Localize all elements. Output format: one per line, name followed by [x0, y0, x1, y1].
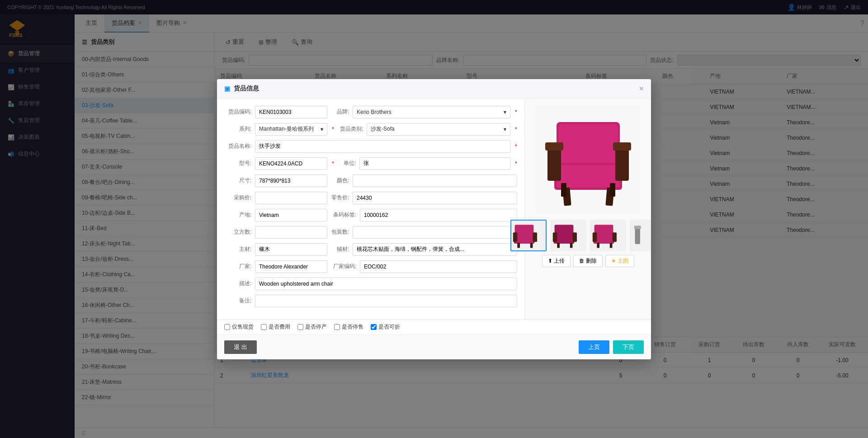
chair-illustration: [534, 104, 642, 212]
modal-overlay: ▣ 货品信息 × 货品编码: 品牌: Keno Brothers ▾ *: [0, 0, 868, 438]
input-color[interactable]: [353, 174, 517, 187]
label-product-code: 货品编码:: [224, 108, 251, 116]
dialog-image-area: ⬆ 上传 🗑 删除 ★ 主图: [524, 99, 651, 319]
svg-rect-14: [561, 183, 566, 197]
label-size: 尺寸:: [224, 177, 251, 184]
input-factory[interactable]: [255, 260, 327, 273]
checkbox-discountable-input[interactable]: [371, 324, 377, 330]
action-row: 退 出 上页 下页: [217, 334, 651, 359]
checkbox-stop-sale[interactable]: 是否停售: [334, 323, 363, 331]
label-model: 型号:: [224, 160, 251, 167]
svg-rect-30: [592, 232, 597, 242]
prev-page-button[interactable]: 上页: [579, 340, 609, 354]
input-barcode[interactable]: [360, 209, 517, 221]
checkbox-only-spot-input[interactable]: [224, 324, 230, 330]
input-notes[interactable]: [255, 295, 517, 307]
svg-rect-16: [514, 225, 533, 238]
checkbox-discountable-label: 是否可折: [378, 323, 400, 331]
label-notes: 备注:: [224, 297, 251, 305]
label-barcode: 条码标签:: [331, 211, 356, 219]
dialog-close-button[interactable]: ×: [639, 85, 644, 93]
label-factory: 厂家:: [224, 263, 251, 270]
series-value: Manhattan-曼哈顿系列: [259, 125, 314, 133]
form-row-1: 货品编码: 品牌: Keno Brothers ▾ *: [224, 106, 517, 118]
product-dialog: ▣ 货品信息 × 货品编码: 品牌: Keno Brothers ▾ *: [217, 79, 651, 359]
brand-value: Keno Brothers: [357, 109, 392, 115]
checkbox-discontinued-input[interactable]: [297, 324, 303, 330]
model-required: *: [332, 160, 334, 167]
label-unit: 单位:: [338, 160, 356, 167]
svg-rect-26: [557, 243, 560, 248]
select-series[interactable]: Manhattan-曼哈顿系列 ▾: [255, 123, 327, 136]
thumb-icon-2: [551, 220, 585, 251]
input-description[interactable]: [255, 278, 517, 290]
checkbox-only-spot[interactable]: 仅售现货: [224, 323, 254, 331]
set-main-image-button[interactable]: ★ 主图: [605, 255, 634, 267]
label-factory-code: 厂家编码:: [331, 263, 356, 270]
select-brand[interactable]: Keno Brothers ▾: [353, 106, 510, 118]
svg-rect-9: [545, 142, 563, 151]
input-package[interactable]: [353, 226, 517, 239]
svg-rect-20: [517, 243, 520, 248]
input-model[interactable]: [255, 157, 327, 170]
checkbox-stop-sale-input[interactable]: [334, 324, 340, 330]
thumb-1[interactable]: [510, 220, 547, 251]
thumb-icon-1: [511, 220, 546, 251]
form-row-3: 货品名称: *: [224, 140, 517, 153]
form-row-6: 采购价: 零售价:: [224, 192, 517, 204]
checkbox-is-fee-input[interactable]: [261, 324, 267, 330]
input-size[interactable]: [255, 174, 327, 187]
label-origin: 产地:: [224, 211, 251, 219]
upload-button[interactable]: ⬆ 上传: [542, 255, 571, 267]
svg-rect-22: [554, 225, 573, 238]
label-description: 描述:: [224, 280, 251, 287]
upload-icon: ⬆: [548, 258, 552, 264]
input-retail-price[interactable]: [353, 192, 517, 204]
label-main-material: 主材:: [224, 245, 251, 253]
input-purchase-price[interactable]: [255, 192, 327, 204]
label-product-name: 货品名称:: [224, 142, 251, 150]
input-product-name[interactable]: [255, 140, 510, 153]
checkbox-discountable[interactable]: 是否可折: [371, 323, 400, 331]
label-series: 系列:: [224, 125, 251, 133]
brand-chevron-icon: ▾: [504, 109, 506, 115]
input-main-material[interactable]: [255, 243, 327, 256]
dialog-header: ▣ 货品信息 ×: [217, 79, 651, 99]
svg-rect-35: [634, 226, 641, 229]
checkbox-discontinued-label: 是否停产: [305, 323, 327, 331]
svg-rect-15: [610, 183, 615, 197]
input-sub-material[interactable]: [353, 243, 517, 256]
thumb-2[interactable]: [550, 220, 586, 251]
series-required: *: [332, 126, 334, 132]
input-product-code[interactable]: [255, 106, 327, 118]
svg-rect-19: [533, 232, 537, 242]
thumb-3[interactable]: [590, 220, 626, 251]
label-brand: 品牌:: [331, 108, 349, 116]
label-package: 包装数:: [331, 228, 349, 236]
form-row-4: 型号: * 单位: *: [224, 157, 517, 170]
brand-required: *: [515, 108, 517, 115]
checkbox-is-fee-label: 是否费用: [269, 323, 290, 331]
label-cubic: 立方数:: [224, 228, 251, 236]
thumb-4[interactable]: [630, 220, 651, 251]
input-origin[interactable]: [255, 209, 327, 221]
svg-rect-33: [609, 243, 612, 248]
svg-rect-11: [613, 142, 631, 151]
form-row-9: 主材: 辅材:: [224, 243, 517, 256]
svg-rect-34: [635, 227, 640, 244]
exit-button[interactable]: 退 出: [224, 340, 257, 354]
checkbox-is-fee[interactable]: 是否费用: [261, 323, 290, 331]
delete-icon: 🗑: [579, 258, 585, 264]
checkbox-discontinued[interactable]: 是否停产: [297, 323, 327, 331]
thumb-icon-4: [631, 220, 651, 251]
label-category: 货品类别:: [338, 125, 363, 133]
input-cubic[interactable]: [255, 226, 327, 239]
delete-image-button[interactable]: 🗑 删除: [573, 255, 603, 267]
main-product-image: [534, 104, 642, 212]
svg-rect-18: [513, 232, 517, 242]
input-unit[interactable]: [359, 157, 510, 170]
next-page-button[interactable]: 下页: [613, 340, 644, 354]
svg-rect-32: [597, 243, 599, 248]
select-category[interactable]: 沙发-Sofa ▾: [367, 123, 510, 136]
input-factory-code[interactable]: [360, 260, 517, 273]
